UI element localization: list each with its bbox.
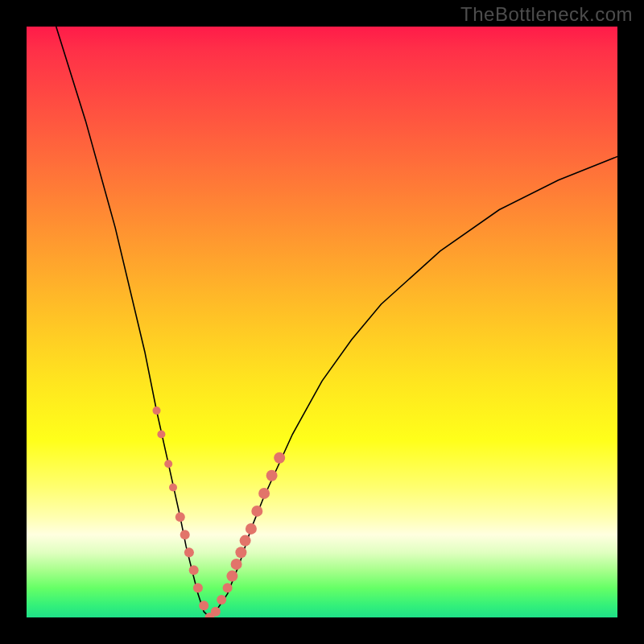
highlight-dot xyxy=(258,488,270,499)
highlight-dot xyxy=(164,460,172,468)
highlight-dot xyxy=(153,407,161,415)
highlight-dots xyxy=(153,407,286,617)
watermark-text: TheBottleneck.com xyxy=(460,3,633,26)
highlight-dot xyxy=(211,607,221,617)
highlight-dot xyxy=(193,583,203,592)
highlight-dot xyxy=(184,547,194,557)
highlight-dot xyxy=(240,535,251,547)
highlight-dot xyxy=(217,595,226,605)
highlight-dot xyxy=(180,530,190,539)
highlight-dot xyxy=(246,523,257,535)
highlight-dot xyxy=(175,512,185,522)
highlight-dot xyxy=(266,470,278,481)
curve-svg xyxy=(27,27,617,617)
highlight-dot xyxy=(274,452,285,464)
highlight-dot xyxy=(235,547,246,558)
highlight-dot xyxy=(157,431,165,439)
highlight-dot xyxy=(189,565,199,575)
plot-area xyxy=(27,27,617,617)
highlight-dot xyxy=(226,571,237,582)
highlight-dot xyxy=(199,601,208,610)
highlight-dot xyxy=(223,583,233,592)
chart-frame: TheBottleneck.com xyxy=(0,0,644,644)
bottleneck-curve xyxy=(56,27,617,617)
highlight-dot xyxy=(169,484,177,492)
highlight-dot xyxy=(231,559,242,570)
highlight-dot xyxy=(251,506,262,517)
